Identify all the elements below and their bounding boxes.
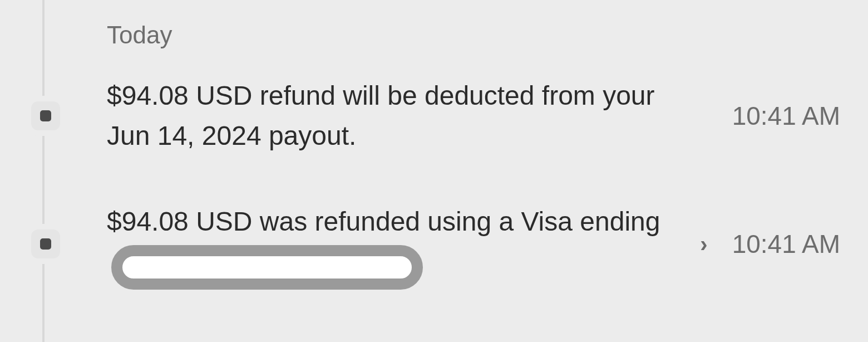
entry-body: $94.08 USD refund will be deducted from … [107, 76, 846, 156]
timeline-entry: $94.08 USD refund will be deducted from … [22, 76, 846, 156]
section-header: Today [107, 11, 846, 76]
entry-text-prefix: $94.08 USD was refunded using a Visa end… [107, 207, 660, 236]
entry-text: $94.08 USD was refunded using a Visa end… [107, 202, 675, 286]
timeline-marker [31, 101, 60, 130]
redacted-card-digits [111, 245, 423, 290]
square-dot-icon [40, 238, 51, 250]
square-dot-icon [40, 110, 51, 121]
entry-timestamp: 10:41 AM [732, 101, 846, 131]
timeline-marker [31, 229, 60, 258]
timeline-rail [42, 0, 45, 342]
chevron-right-icon[interactable]: › [692, 232, 715, 257]
entry-body: $94.08 USD was refunded using a Visa end… [107, 202, 846, 286]
timeline-entry[interactable]: $94.08 USD was refunded using a Visa end… [22, 202, 846, 286]
timeline: Today $94.08 USD refund will be deducted… [0, 0, 868, 342]
entry-text: $94.08 USD refund will be deducted from … [107, 76, 685, 156]
entry-timestamp: 10:41 AM [732, 229, 846, 259]
